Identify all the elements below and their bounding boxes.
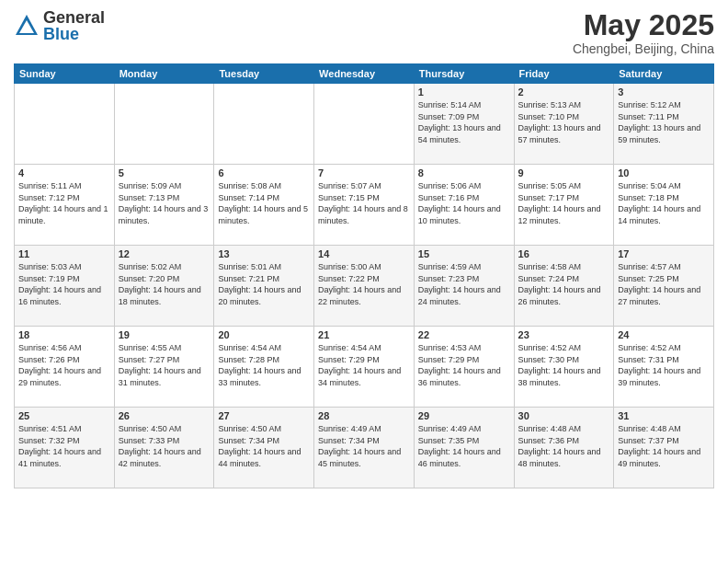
- calendar-cell: 14Sunrise: 5:00 AMSunset: 7:22 PMDayligh…: [314, 246, 415, 327]
- calendar-cell: 28Sunrise: 4:49 AMSunset: 7:34 PMDayligh…: [314, 408, 415, 488]
- day-number: 10: [618, 167, 710, 178]
- day-number: 8: [418, 167, 510, 178]
- weekday-header: Sunday: [15, 64, 115, 84]
- day-info: Sunrise: 5:14 AMSunset: 7:09 PMDaylight:…: [418, 99, 510, 145]
- day-number: 3: [618, 86, 710, 98]
- calendar-cell: 1Sunrise: 5:14 AMSunset: 7:09 PMDaylight…: [414, 84, 514, 165]
- day-number: 15: [418, 248, 510, 259]
- day-number: 22: [418, 329, 510, 340]
- day-number: 26: [119, 410, 210, 421]
- day-info: Sunrise: 4:49 AMSunset: 7:35 PMDaylight:…: [418, 423, 510, 469]
- day-number: 29: [418, 410, 510, 421]
- logo: General Blue: [14, 9, 105, 42]
- weekday-header: Tuesday: [214, 64, 314, 84]
- logo-text: General Blue: [43, 9, 105, 42]
- day-number: 9: [518, 167, 610, 178]
- day-info: Sunrise: 5:12 AMSunset: 7:11 PMDaylight:…: [618, 99, 710, 145]
- calendar-cell: [314, 84, 415, 165]
- day-info: Sunrise: 4:53 AMSunset: 7:29 PMDaylight:…: [418, 342, 510, 388]
- calendar-cell: 3Sunrise: 5:12 AMSunset: 7:11 PMDaylight…: [614, 84, 714, 165]
- day-info: Sunrise: 4:55 AMSunset: 7:27 PMDaylight:…: [119, 342, 210, 388]
- calendar-cell: 10Sunrise: 5:04 AMSunset: 7:18 PMDayligh…: [614, 165, 714, 246]
- day-info: Sunrise: 4:49 AMSunset: 7:34 PMDaylight:…: [318, 423, 410, 469]
- weekday-header: Friday: [514, 64, 614, 84]
- logo-blue: Blue: [43, 26, 105, 42]
- calendar-cell: 11Sunrise: 5:03 AMSunset: 7:19 PMDayligh…: [15, 246, 115, 327]
- calendar-cell: 30Sunrise: 4:48 AMSunset: 7:36 PMDayligh…: [514, 408, 614, 488]
- calendar-cell: 2Sunrise: 5:13 AMSunset: 7:10 PMDaylight…: [514, 84, 614, 165]
- day-number: 24: [618, 329, 710, 340]
- day-info: Sunrise: 5:07 AMSunset: 7:15 PMDaylight:…: [318, 180, 410, 226]
- day-info: Sunrise: 5:05 AMSunset: 7:17 PMDaylight:…: [518, 180, 610, 226]
- logo-icon: [14, 13, 40, 39]
- day-number: 28: [318, 410, 410, 421]
- day-info: Sunrise: 4:52 AMSunset: 7:30 PMDaylight:…: [518, 342, 610, 388]
- calendar-cell: 9Sunrise: 5:05 AMSunset: 7:17 PMDaylight…: [514, 165, 614, 246]
- calendar-cell: 19Sunrise: 4:55 AMSunset: 7:27 PMDayligh…: [114, 327, 214, 408]
- day-number: 19: [119, 329, 210, 340]
- calendar-cell: 15Sunrise: 4:59 AMSunset: 7:23 PMDayligh…: [414, 246, 514, 327]
- day-number: 30: [518, 410, 610, 421]
- calendar-cell: 27Sunrise: 4:50 AMSunset: 7:34 PMDayligh…: [214, 408, 314, 488]
- day-info: Sunrise: 4:51 AMSunset: 7:32 PMDaylight:…: [18, 423, 110, 469]
- day-number: 5: [119, 167, 210, 178]
- day-number: 13: [218, 248, 310, 259]
- day-number: 11: [18, 248, 110, 259]
- calendar-cell: 26Sunrise: 4:50 AMSunset: 7:33 PMDayligh…: [114, 408, 214, 488]
- calendar-cell: 31Sunrise: 4:48 AMSunset: 7:37 PMDayligh…: [614, 408, 714, 488]
- day-number: 16: [518, 248, 610, 259]
- calendar-row: 1Sunrise: 5:14 AMSunset: 7:09 PMDaylight…: [15, 84, 714, 165]
- calendar-cell: 21Sunrise: 4:54 AMSunset: 7:29 PMDayligh…: [314, 327, 415, 408]
- day-number: 12: [119, 248, 210, 259]
- calendar-cell: 20Sunrise: 4:54 AMSunset: 7:28 PMDayligh…: [214, 327, 314, 408]
- weekday-header: Saturday: [614, 64, 714, 84]
- calendar-cell: 5Sunrise: 5:09 AMSunset: 7:13 PMDaylight…: [114, 165, 214, 246]
- month-title: May 2025: [573, 9, 714, 41]
- calendar-cell: 24Sunrise: 4:52 AMSunset: 7:31 PMDayligh…: [614, 327, 714, 408]
- day-info: Sunrise: 5:08 AMSunset: 7:14 PMDaylight:…: [218, 180, 310, 226]
- day-info: Sunrise: 5:04 AMSunset: 7:18 PMDaylight:…: [618, 180, 710, 226]
- calendar: SundayMondayTuesdayWednesdayThursdayFrid…: [14, 63, 714, 488]
- day-info: Sunrise: 4:54 AMSunset: 7:28 PMDaylight:…: [218, 342, 310, 388]
- weekday-header-row: SundayMondayTuesdayWednesdayThursdayFrid…: [15, 64, 714, 84]
- calendar-row: 18Sunrise: 4:56 AMSunset: 7:26 PMDayligh…: [15, 327, 714, 408]
- location: Chengbei, Beijing, China: [573, 41, 714, 56]
- calendar-cell: [15, 84, 115, 165]
- day-info: Sunrise: 4:57 AMSunset: 7:25 PMDaylight:…: [618, 261, 710, 307]
- day-number: 17: [618, 248, 710, 259]
- day-info: Sunrise: 4:48 AMSunset: 7:36 PMDaylight:…: [518, 423, 610, 469]
- calendar-row: 25Sunrise: 4:51 AMSunset: 7:32 PMDayligh…: [15, 408, 714, 488]
- day-info: Sunrise: 5:09 AMSunset: 7:13 PMDaylight:…: [119, 180, 210, 226]
- day-info: Sunrise: 5:02 AMSunset: 7:20 PMDaylight:…: [119, 261, 210, 307]
- day-number: 25: [18, 410, 110, 421]
- weekday-header: Thursday: [414, 64, 514, 84]
- calendar-cell: 18Sunrise: 4:56 AMSunset: 7:26 PMDayligh…: [15, 327, 115, 408]
- day-number: 23: [518, 329, 610, 340]
- calendar-row: 11Sunrise: 5:03 AMSunset: 7:19 PMDayligh…: [15, 246, 714, 327]
- calendar-cell: 29Sunrise: 4:49 AMSunset: 7:35 PMDayligh…: [414, 408, 514, 488]
- day-number: 7: [318, 167, 410, 178]
- calendar-cell: [214, 84, 314, 165]
- day-number: 20: [218, 329, 310, 340]
- calendar-cell: 25Sunrise: 4:51 AMSunset: 7:32 PMDayligh…: [15, 408, 115, 488]
- day-number: 31: [618, 410, 710, 421]
- calendar-cell: 22Sunrise: 4:53 AMSunset: 7:29 PMDayligh…: [414, 327, 514, 408]
- day-info: Sunrise: 4:50 AMSunset: 7:33 PMDaylight:…: [119, 423, 210, 469]
- day-number: 21: [318, 329, 410, 340]
- day-info: Sunrise: 5:13 AMSunset: 7:10 PMDaylight:…: [518, 99, 610, 145]
- calendar-cell: 23Sunrise: 4:52 AMSunset: 7:30 PMDayligh…: [514, 327, 614, 408]
- title-area: May 2025 Chengbei, Beijing, China: [573, 9, 714, 56]
- page: General Blue May 2025 Chengbei, Beijing,…: [0, 0, 728, 563]
- calendar-cell: 6Sunrise: 5:08 AMSunset: 7:14 PMDaylight…: [214, 165, 314, 246]
- day-info: Sunrise: 5:03 AMSunset: 7:19 PMDaylight:…: [18, 261, 110, 307]
- calendar-cell: 12Sunrise: 5:02 AMSunset: 7:20 PMDayligh…: [114, 246, 214, 327]
- calendar-cell: 16Sunrise: 4:58 AMSunset: 7:24 PMDayligh…: [514, 246, 614, 327]
- day-info: Sunrise: 4:48 AMSunset: 7:37 PMDaylight:…: [618, 423, 710, 469]
- calendar-cell: 8Sunrise: 5:06 AMSunset: 7:16 PMDaylight…: [414, 165, 514, 246]
- weekday-header: Wednesday: [314, 64, 415, 84]
- day-number: 2: [518, 86, 610, 98]
- day-info: Sunrise: 4:54 AMSunset: 7:29 PMDaylight:…: [318, 342, 410, 388]
- day-info: Sunrise: 4:50 AMSunset: 7:34 PMDaylight:…: [218, 423, 310, 469]
- day-number: 14: [318, 248, 410, 259]
- day-info: Sunrise: 4:58 AMSunset: 7:24 PMDaylight:…: [518, 261, 610, 307]
